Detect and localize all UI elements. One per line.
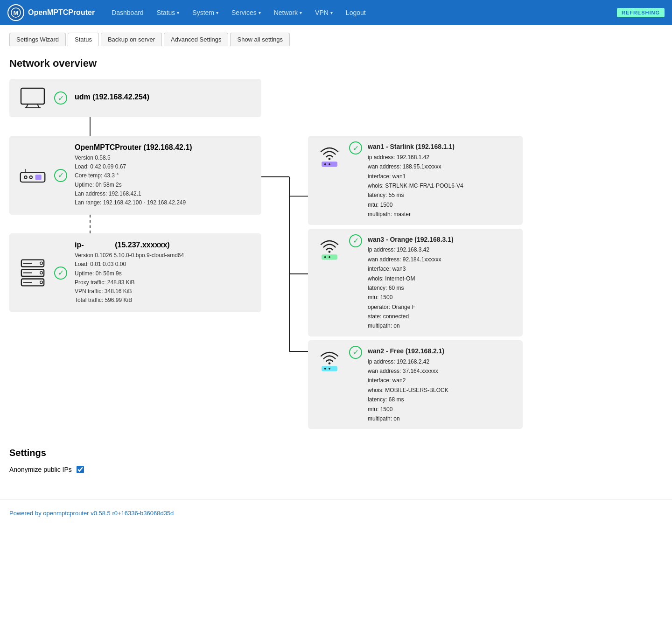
brand-name: OpenMPTCProuter — [28, 8, 95, 17]
anonymize-label: Anonymize public IPs — [9, 466, 72, 473]
wan-nodes: ✓ wan1 - Starlink (192.168.1.1) ip addre… — [308, 136, 523, 429]
svg-point-32 — [329, 256, 330, 258]
wan1-whois: whois: STRLNK-MC-FRA1-POOL6-V4 — [368, 181, 463, 190]
router-card: ✓ OpenMPTCProuter (192.168.42.1) Version… — [9, 136, 261, 215]
wan2-check-icon: ✓ — [349, 346, 362, 359]
nav-vpn[interactable]: VPN ▾ — [309, 6, 338, 19]
svg-point-27 — [324, 163, 326, 165]
tab-backup-on-server[interactable]: Backup on server — [101, 33, 162, 46]
network-diagram: ✓ udm (192.168.42.254) — [9, 79, 523, 429]
svg-point-35 — [324, 368, 326, 370]
settings-title: Settings — [9, 448, 523, 458]
vpn-dropdown-arrow: ▾ — [330, 10, 333, 15]
footer: Powered by openmptcprouter v0.58.5 r0+16… — [0, 499, 672, 526]
router-icon — [19, 164, 47, 187]
svg-point-8 — [29, 176, 32, 179]
wan2-latency: latency: 68 ms — [368, 395, 448, 404]
ip-server-card: ✓ ip- (15.237.xxxxxx) Version 0.1026 5.1… — [9, 233, 261, 312]
udm-card: ✓ udm (192.168.42.254) — [9, 79, 261, 117]
wan2-info: wan2 - Free (192.168.2.1) ip address: 19… — [368, 346, 448, 424]
refreshing-badge: REFRESHING — [617, 8, 665, 17]
tab-settings-wizard[interactable]: Settings Wizard — [9, 33, 66, 46]
nav-network[interactable]: Network ▾ — [268, 6, 308, 19]
svg-point-18 — [40, 281, 43, 284]
wan2-interface: interface: wan2 — [368, 376, 448, 385]
middle-layout: ✓ OpenMPTCProuter (192.168.42.1) Version… — [9, 136, 523, 429]
ip-version: Version 0.1026 5.10.0-0.bpo.9-cloud-amd6… — [75, 251, 184, 260]
udm-name: udm (192.168.42.254) — [75, 93, 149, 101]
wan3-whois: whois: Internet-OM — [368, 274, 454, 283]
router-version: Version 0.58.5 — [75, 154, 192, 162]
anonymize-checkbox[interactable] — [77, 466, 84, 473]
ip-name: ip- (15.237.xxxxxx) — [75, 241, 184, 249]
wan3-info: wan3 - Orange (192.168.3.1) ip address: … — [368, 234, 454, 331]
udm-check-icon: ✓ — [54, 91, 67, 105]
wan2-title: wan2 - Free (192.168.2.1) — [368, 346, 448, 357]
svg-lines-wrapper — [261, 136, 308, 429]
wan1-wan-addr: wan address: 188.95.1xxxxxx — [368, 162, 463, 171]
dashed-line-wrapper — [9, 215, 261, 233]
server-icon — [19, 258, 47, 288]
svg-point-12 — [40, 262, 43, 265]
wan3-ip: ip address: 192.168.3.42 — [368, 245, 454, 254]
wan3-state: state: connected — [368, 312, 454, 321]
wan1-multipath: multipath: master — [368, 210, 463, 219]
settings-section: Settings Anonymize public IPs — [9, 448, 523, 473]
tab-show-all-settings[interactable]: Show all settings — [230, 33, 290, 46]
services-dropdown-arrow: ▾ — [259, 10, 261, 15]
nav-logout[interactable]: Logout — [340, 6, 371, 19]
tab-advanced-settings[interactable]: Advanced Settings — [164, 33, 228, 46]
wan1-card: ✓ wan1 - Starlink (192.168.1.1) ip addre… — [308, 136, 523, 225]
tab-status[interactable]: Status — [68, 33, 99, 46]
status-dropdown-arrow: ▾ — [177, 10, 179, 15]
nav-links: Dashboard Status ▾ System ▾ Services ▾ N… — [106, 6, 611, 19]
ip-uptime: Uptime: 0h 56m 9s — [75, 269, 184, 278]
svg-point-33 — [329, 362, 331, 365]
nav-status[interactable]: Status ▾ — [151, 6, 185, 19]
router-lan-range: Lan range: 192.168.42.100 - 192.168.42.2… — [75, 198, 192, 207]
svg-point-36 — [329, 368, 330, 370]
nav-services[interactable]: Services ▾ — [226, 6, 266, 19]
wan3-wan-addr: wan address: 92.184.1xxxxxx — [368, 255, 454, 264]
wan1-info: wan1 - Starlink (192.168.1.1) ip address… — [368, 141, 463, 219]
ip-total-traffic: Total traffic: 596.99 KiB — [75, 296, 184, 305]
ip-vpn-traffic: VPN traffic: 348.16 KiB — [75, 287, 184, 296]
router-uptime: Uptime: 0h 58m 2s — [75, 181, 192, 189]
wan3-title: wan3 - Orange (192.168.3.1) — [368, 234, 454, 245]
wan2-mtu: mtu: 1500 — [368, 405, 448, 414]
v-connector-1 — [90, 117, 91, 136]
nav-dashboard[interactable]: Dashboard — [106, 6, 149, 19]
nav-system[interactable]: System ▾ — [187, 6, 224, 19]
wan3-check-icon: ✓ — [349, 234, 362, 247]
svg-rect-2 — [21, 88, 44, 104]
router-name: OpenMPTCProuter (192.168.42.1) — [75, 143, 192, 152]
footer-link[interactable]: Powered by openmptcprouter v0.58.5 r0+16… — [9, 510, 174, 517]
v-line-1-wrapper — [9, 117, 261, 136]
wan3-multipath: multipath: on — [368, 321, 454, 330]
router-card-info: OpenMPTCProuter (192.168.42.1) Version 0… — [75, 143, 192, 207]
network-dropdown-arrow: ▾ — [300, 10, 302, 15]
wan3-mtu: mtu: 1500 — [368, 293, 454, 302]
main-content: Network overview ✓ udm (192.168.42.254) — [0, 46, 532, 490]
wan3-router-icon — [315, 234, 343, 262]
wan1-check-icon: ✓ — [349, 141, 362, 154]
left-nodes: ✓ OpenMPTCProuter (192.168.42.1) Version… — [9, 136, 261, 312]
wan1-title: wan1 - Starlink (192.168.1.1) — [368, 141, 463, 153]
topology-lines-svg — [261, 136, 308, 429]
router-load: Load: 0.42 0.69 0.67 — [75, 162, 192, 171]
navbar: M OpenMPTCProuter Dashboard Status ▾ Sys… — [0, 0, 672, 25]
svg-point-15 — [40, 272, 43, 274]
brand-logo: M — [7, 4, 24, 21]
tabs-bar: Settings Wizard Status Backup on server … — [0, 25, 672, 46]
router-lan-address: Lan address: 192.168.42.1 — [75, 189, 192, 198]
router-check-icon: ✓ — [54, 169, 67, 182]
dashed-connector — [90, 215, 91, 233]
wan1-latency: latency: 55 ms — [368, 190, 463, 200]
wan1-interface: interface: wan1 — [368, 172, 463, 181]
wan3-operator: operator: Orange F — [368, 302, 454, 312]
brand-link[interactable]: M OpenMPTCProuter — [7, 4, 95, 21]
wan1-ip: ip address: 192.168.1.42 — [368, 153, 463, 162]
wan2-ip: ip address: 192.168.2.42 — [368, 357, 448, 366]
router-core-temp: Core temp: 43.3 ° — [75, 171, 192, 180]
wan1-router-icon — [315, 141, 343, 169]
